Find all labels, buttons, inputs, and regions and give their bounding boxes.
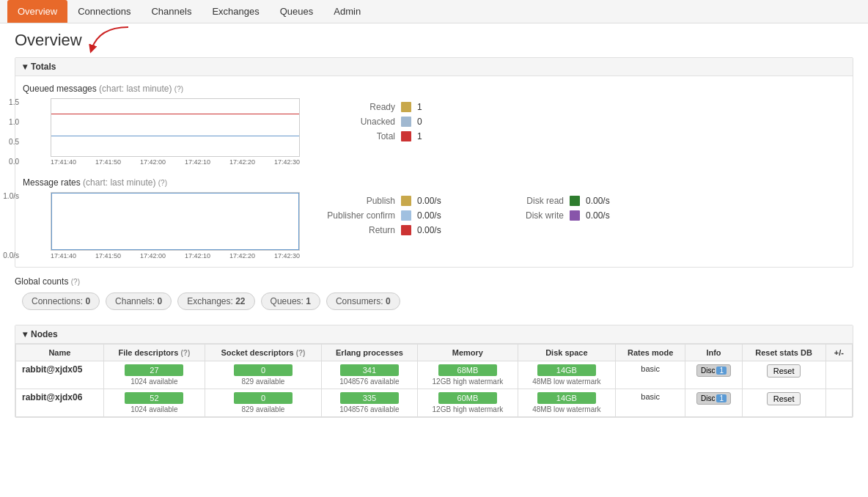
legend-return: Return 0.00/s (322, 225, 468, 235)
chart-line-blue (51, 136, 299, 136)
nav-admin[interactable]: Admin (323, 0, 371, 23)
annotation-arrow (84, 23, 143, 60)
col-disk: Disk space (518, 345, 615, 361)
col-reset: Reset stats DB (742, 345, 825, 361)
page-content: Overview ▾ Totals Queued messages (chart… (0, 23, 868, 434)
node2-plusminus (825, 389, 852, 417)
unacked-color-icon (401, 117, 411, 127)
nav-channels[interactable]: Channels (141, 0, 202, 23)
nodes-collapse-icon: ▾ (23, 329, 27, 339)
legend-ready: Ready 1 (322, 102, 468, 112)
totals-body: Queued messages (chart: last minute) (?)… (15, 76, 853, 267)
nodes-table: Name File descriptors (?) Socket descrip… (15, 344, 853, 417)
table-row: rabbit@xjdx06 52 1024 available 0 829 av… (16, 389, 853, 417)
nodes-header[interactable]: ▾ Nodes (15, 325, 853, 344)
totals-header[interactable]: ▾ Totals (15, 58, 853, 76)
legend-publish: Publish 0.00/s (322, 196, 468, 206)
queued-chart (51, 98, 300, 157)
rates-legend-right: Disk read 0.00/s Disk write 0.00/s (490, 192, 637, 235)
main-nav: Overview Connections Channels Exchanges … (0, 0, 868, 23)
col-info: Info (685, 345, 742, 361)
node1-plusminus (825, 361, 852, 389)
legend-disk-read: Disk read 0.00/s (490, 196, 637, 206)
message-rates-title: Message rates (chart: last minute) (?) (23, 177, 845, 188)
col-name: Name (16, 345, 104, 361)
legend-publisher-confirm: Publisher confirm 0.00/s (322, 210, 468, 221)
col-rates-mode: Rates mode (615, 345, 685, 361)
ready-color-icon (401, 102, 411, 112)
channels-badge: Channels: 0 (106, 292, 172, 310)
queued-messages-title: Queued messages (chart: last minute) (?) (23, 84, 845, 94)
node2-reset: Reset (742, 389, 825, 417)
rates-xaxis: 17:41:4017:41:5017:42:0017:42:1017:42:20… (51, 252, 300, 259)
disk-write-color-icon (570, 210, 580, 221)
totals-label: Totals (31, 62, 56, 72)
node2-info: Disc 1 (685, 389, 742, 417)
col-socket-desc: Socket descriptors (?) (205, 345, 322, 361)
node1-file-desc: 27 1024 available (103, 361, 205, 389)
legend-unacked: Unacked 0 (322, 117, 468, 127)
nodes-section: ▾ Nodes Name File descriptors (?) Socket… (15, 325, 853, 418)
nodes-body: Name File descriptors (?) Socket descrip… (15, 344, 853, 417)
node2-erlang: 335 1048576 available (321, 389, 417, 417)
nav-connections[interactable]: Connections (67, 0, 141, 23)
node1-reset-button[interactable]: Reset (767, 364, 801, 378)
rates-legend-left: Publish 0.00/s Publisher confirm 0.00/s … (322, 192, 468, 235)
global-counts-label: Global counts (15, 276, 68, 287)
chart-line-red (51, 114, 299, 114)
queued-chart-area: 1.51.00.50.0 17:41:4017:41:5017:42:0017:… (23, 98, 300, 166)
connections-badge: Connections: 0 (22, 292, 100, 310)
publisher-confirm-color-icon (401, 210, 411, 221)
total-color-icon (401, 131, 411, 141)
node1-info: Disc 1 (685, 361, 742, 389)
global-counts-badges: Connections: 0 Channels: 0 Exchanges: 22… (15, 287, 853, 316)
totals-section: ▾ Totals Queued messages (chart: last mi… (15, 57, 853, 268)
publish-color-icon (401, 196, 411, 206)
global-counts-help[interactable]: (?) (71, 278, 80, 286)
node1-reset: Reset (742, 361, 825, 389)
node1-memory: 68MB 12GB high watermark (417, 361, 518, 389)
node1-erlang: 341 1048576 available (321, 361, 417, 389)
node2-disc-button[interactable]: Disc 1 (696, 392, 731, 405)
node2-disk: 14GB 48MB low watermark (518, 389, 615, 417)
node1-name: rabbit@xjdx05 (16, 361, 104, 389)
nav-queues[interactable]: Queues (270, 0, 324, 23)
nav-exchanges[interactable]: Exchanges (202, 0, 269, 23)
node2-reset-button[interactable]: Reset (767, 392, 801, 405)
exchanges-badge: Exchanges: 22 (177, 292, 254, 310)
node2-name: rabbit@xjdx06 (16, 389, 104, 417)
col-erlang: Erlang processes (321, 345, 417, 361)
queued-legend: Ready 1 Unacked 0 Total 1 (322, 98, 468, 141)
collapse-icon: ▾ (23, 62, 27, 72)
node1-disc-button[interactable]: Disc 1 (696, 364, 731, 377)
legend-disk-write: Disk write 0.00/s (490, 210, 637, 221)
page-title: Overview (15, 31, 82, 50)
queued-messages-row: Queued messages (chart: last minute) (?)… (23, 84, 845, 166)
table-row: rabbit@xjdx05 27 1024 available 0 829 av… (16, 361, 853, 389)
rates-help[interactable]: (?) (158, 179, 167, 187)
node1-rates-mode: basic (615, 361, 685, 389)
return-color-icon (401, 225, 411, 235)
message-rates-row: Message rates (chart: last minute) (?) 1… (23, 177, 845, 259)
node1-disk: 14GB 48MB low watermark (518, 361, 615, 389)
node2-rates-mode: basic (615, 389, 685, 417)
col-plusminus: +/- (825, 345, 852, 361)
node2-memory: 60MB 12GB high watermark (417, 389, 518, 417)
nodes-table-header: Name File descriptors (?) Socket descrip… (16, 345, 853, 361)
rates-yaxis: 1.0/s0.0/s (0, 192, 19, 259)
queued-help[interactable]: (?) (174, 85, 183, 93)
rates-border (51, 193, 299, 250)
queues-badge: Queues: 1 (261, 292, 320, 310)
consumers-badge: Consumers: 0 (326, 292, 400, 310)
legend-total: Total 1 (322, 131, 468, 141)
global-counts-area: Global counts (?) Connections: 0 Channel… (15, 276, 853, 316)
rates-chart-area: 1.0/s0.0/s 17:41:4017:41:5017:42:0017:42… (23, 192, 300, 259)
nav-overview[interactable]: Overview (7, 0, 67, 23)
disk-read-color-icon (570, 196, 580, 206)
node2-file-desc: 52 1024 available (103, 389, 205, 417)
rates-legend-container: Publish 0.00/s Publisher confirm 0.00/s … (322, 192, 637, 235)
rates-chart (51, 192, 300, 251)
node1-socket-desc: 0 829 available (205, 361, 322, 389)
col-memory: Memory (417, 345, 518, 361)
queued-xaxis: 17:41:4017:41:5017:42:0017:42:1017:42:20… (51, 158, 300, 166)
